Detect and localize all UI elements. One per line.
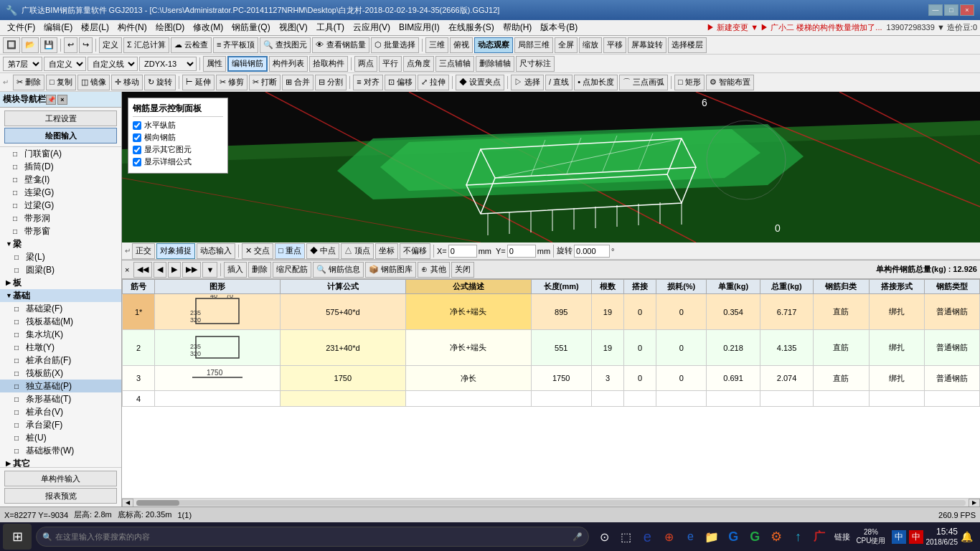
btn-stretch[interactable]: ⤢ 拉伸 (418, 75, 449, 90)
btn-save[interactable]: 💾 (40, 37, 57, 53)
scroll-thumb[interactable] (136, 500, 179, 506)
btn-insert-row[interactable]: 插入 (224, 262, 247, 278)
floor-select[interactable]: 第7层 (3, 57, 42, 71)
btn-define[interactable]: 定义 (99, 37, 122, 53)
btn-close-table[interactable]: 关闭 (451, 262, 474, 278)
btn-nav-next[interactable]: ▶ (168, 262, 181, 278)
nav-single-component[interactable]: 单构件输入 (4, 471, 117, 486)
tree-item-found-strip[interactable]: □ 基础板带(W) (0, 444, 121, 457)
btn-nav-first[interactable]: ◀◀ (133, 262, 152, 278)
menu-floor[interactable]: 楼层(L) (77, 20, 113, 35)
btn-three-point-aux[interactable]: 三点辅轴 (435, 56, 474, 72)
tree-item-circle-beam[interactable]: □ 圆梁(B) (0, 263, 121, 276)
menu-cloud[interactable]: 云应用(V) (349, 20, 395, 35)
btn-split[interactable]: ⊟ 分割 (315, 75, 347, 90)
btn-summary[interactable]: Σ 汇总计算 (123, 37, 169, 53)
menu-online[interactable]: 在线服务(S) (444, 20, 499, 35)
btn-cut[interactable]: ✂ 打断 (249, 75, 281, 90)
nav-report[interactable]: 报表预览 (4, 488, 117, 504)
btn-property[interactable]: 属性 (203, 56, 226, 72)
scroll-track[interactable] (136, 500, 966, 506)
btn-cloud-check[interactable]: ☁ 云检查 (171, 37, 212, 53)
taskbar-icon-chrome[interactable]: ⊕ (658, 524, 679, 550)
taskbar-icon-green-g[interactable]: G (744, 524, 765, 550)
btn-fullscreen[interactable]: 全屏 (555, 37, 578, 53)
taskbar-icon-folder[interactable]: 📁 (701, 524, 722, 550)
search-bar[interactable]: 🔍 在这里输入你要搜索的内容 🎤 (36, 527, 589, 547)
btn-pan[interactable]: 平移 (603, 37, 626, 53)
ime-icon[interactable]: 中 (909, 530, 923, 544)
btn-redo[interactable]: ↪ (79, 37, 93, 53)
btn-dimension[interactable]: 尺寸标注 (516, 56, 555, 72)
taskbar-icon-cortana[interactable]: ⊙ (593, 524, 615, 550)
btn-vertex-snap[interactable]: △ 顶点 (341, 243, 374, 259)
scroll-left[interactable]: ◀ (122, 499, 133, 507)
canvas-section[interactable]: 钢筋显示控制面板 水平纵筋 横向钢筋 显示其它图元 显示详细公式 (122, 92, 980, 242)
tree-item-niche[interactable]: □ 壁龛(I) (0, 173, 121, 186)
btn-arc[interactable]: ⌒ 三点画弧 (619, 75, 668, 90)
table-row-empty[interactable]: 4 (123, 391, 980, 407)
btn-coord-snap[interactable]: 坐标 (375, 243, 398, 259)
btn-delete-toolbar[interactable]: ✂ 删除 (13, 75, 44, 90)
btn-edit-rebar[interactable]: 编辑钢筋 (227, 56, 268, 72)
btn-trim[interactable]: ✂ 修剪 (216, 75, 248, 90)
btn-move[interactable]: ✛ 移动 (111, 75, 143, 90)
cell-formula-3[interactable]: 1750 (280, 366, 405, 391)
nav-draw-input[interactable]: 绘图输入 (4, 128, 117, 143)
tree-item-insert[interactable]: □ 插筒(D) (0, 160, 121, 173)
tree-item-sump[interactable]: □ 集水坑(K) (0, 328, 121, 341)
table-row[interactable]: 2 235 320 231+40*d (123, 330, 980, 366)
language-icon[interactable]: 中 (892, 530, 906, 544)
tree-group-slab[interactable]: ▶ 板 (0, 276, 121, 289)
taskbar-icon-g[interactable]: G (722, 524, 744, 550)
menu-bim[interactable]: BIM应用(I) (395, 20, 444, 35)
btn-scale-rebar[interactable]: 缩尺配筋 (273, 262, 311, 278)
btn-rotate[interactable]: ↻ 旋转 (144, 75, 176, 90)
tree-item-pile[interactable]: □ 桩(U) (0, 431, 121, 444)
btn-new[interactable]: 🔲 (3, 37, 20, 53)
tree-item-pile-cap[interactable]: □ 桩承台(V) (0, 405, 121, 418)
btn-find-element[interactable]: 🔍 查找图元 (260, 37, 311, 53)
x-input[interactable] (448, 245, 477, 258)
btn-topview[interactable]: 俯视 (450, 37, 473, 53)
line-select[interactable]: 自定义线 (88, 57, 138, 71)
btn-nav-last[interactable]: ▶▶ (182, 262, 201, 278)
btn-intersection[interactable]: ✕ 交点 (242, 243, 273, 259)
tree-item-strip-found[interactable]: □ 条形基础(T) (0, 392, 121, 405)
menu-version[interactable]: 版本号(B) (536, 20, 582, 35)
btn-snap[interactable]: 对象捕捉 (156, 243, 195, 259)
btn-dynamic-input[interactable]: 动态输入 (197, 243, 235, 259)
close-button[interactable]: × (960, 4, 974, 16)
tree-item-pile-cap-rebar[interactable]: □ 桩承台筋(F) (0, 354, 121, 367)
menu-help[interactable]: 帮助(H) (499, 20, 537, 35)
menu-modify[interactable]: 修改(M) (189, 20, 227, 35)
rotate-input[interactable] (574, 245, 610, 258)
tree-item-raft[interactable]: □ 筏板基础(M) (0, 315, 121, 328)
tree-item-found-beam[interactable]: □ 基础梁(F) (0, 302, 121, 315)
scroll-right[interactable]: ▶ (969, 499, 980, 507)
btn-nav-down[interactable]: ▼ (202, 262, 217, 278)
btn-3d[interactable]: 三维 (425, 37, 448, 53)
btn-line[interactable]: / 直线 (545, 75, 573, 90)
btn-angle[interactable]: 点角度 (403, 56, 434, 72)
cell-formula-4[interactable] (280, 391, 405, 407)
menu-file[interactable]: 文件(F) (3, 20, 39, 35)
btn-offset[interactable]: ⊡ 偏移 (385, 75, 416, 90)
tree-item-coupling-beam[interactable]: □ 连梁(G) (0, 186, 121, 199)
taskbar-icon-orange[interactable]: ⚙ (765, 524, 787, 550)
menu-rebar[interactable]: 钢筋量(Q) (227, 20, 274, 35)
tree-item-raft-rebar[interactable]: □ 筏板筋(X) (0, 367, 121, 380)
nav-close[interactable]: × (57, 95, 67, 105)
btn-component-list[interactable]: 构件列表 (269, 56, 308, 72)
taskbar-icon-arrow[interactable]: ↑ (787, 524, 809, 550)
menu-view[interactable]: 视图(V) (275, 20, 312, 35)
btn-local-3d[interactable]: 局部三维 (514, 37, 553, 53)
btn-select-mode[interactable]: ▷ 选择 (511, 75, 544, 90)
btn-screen-rotate[interactable]: 屏幕旋转 (628, 37, 666, 53)
notification-bell[interactable]: 🔔 (961, 531, 973, 542)
btn-extend[interactable]: ⊢ 延伸 (182, 75, 215, 90)
btn-zoom[interactable]: 缩放 (579, 37, 602, 53)
table-row[interactable]: 1* 235 320 40 70 (123, 294, 980, 330)
btn-no-offset[interactable]: 不偏移 (400, 243, 430, 259)
tree-item-strip-hole[interactable]: □ 带形洞 (0, 212, 121, 225)
